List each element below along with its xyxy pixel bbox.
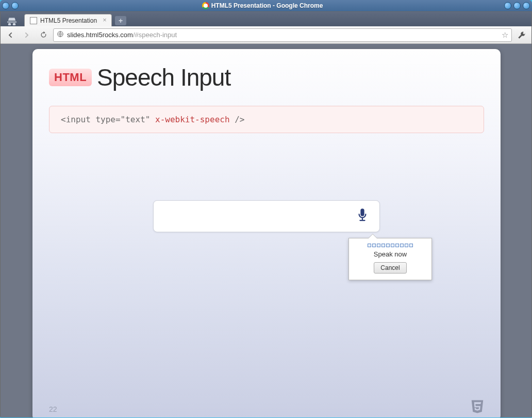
tab-label: HTML5 Presentation [40,17,97,24]
window-shade-icon[interactable] [11,2,19,9]
window-close-icon[interactable] [523,2,530,9]
speech-popup-message: Speak now [354,250,426,258]
settings-wrench-icon[interactable] [515,28,528,42]
browser-toolbar: slides.html5rocks.com/#speech-input ☆ [1,26,531,44]
window-controls-left [2,2,19,9]
url-domain: slides.html5rocks.com [67,31,133,39]
slide-page-number: 22 [49,405,57,413]
page-icon [30,17,37,24]
site-identity-icon[interactable] [57,30,64,39]
address-bar[interactable]: slides.html5rocks.com/#speech-input ☆ [53,28,512,42]
tab-strip: HTML5 Presentation × + [1,12,531,26]
speech-popup: Speak now Cancel [348,238,432,280]
back-button[interactable] [4,28,17,42]
browser-tab[interactable]: HTML5 Presentation × [24,14,112,26]
incognito-icon [5,15,19,26]
forward-button[interactable] [20,28,34,42]
window-title-wrap: HTML5 Presentation - Google Chrome [21,2,504,9]
code-text-tail: /> [230,115,245,124]
new-tab-button[interactable]: + [115,16,126,25]
window-controls-right [504,2,530,9]
bookmark-star-icon[interactable]: ☆ [502,30,508,40]
tab-close-icon[interactable]: × [101,17,108,24]
window-title: HTML5 Presentation - Google Chrome [211,2,323,9]
speech-input-area: Speak now Cancel [49,200,484,232]
code-block: <input type="text" x-webkit-speech /> [49,106,484,133]
microphone-icon[interactable] [357,207,368,225]
speech-input[interactable]: Speak now Cancel [153,200,380,232]
html5-logo-icon [470,399,485,416]
chrome-icon [202,2,209,9]
slide: HTML Speech Input <input type="text" x-w… [32,49,501,417]
url-path: /#speech-input [133,31,177,39]
slide-header: HTML Speech Input [49,63,484,91]
slide-title: Speech Input [97,63,230,91]
code-text-plain: <input type="text" [61,115,155,124]
chrome-frame: HTML5 Presentation × + slides.html5rocks… [0,11,532,417]
page-viewport: HTML Speech Input <input type="text" x-w… [1,44,531,417]
window-minimize-icon[interactable] [504,2,511,9]
html-badge: HTML [49,69,92,86]
cancel-button[interactable]: Cancel [374,262,406,274]
window-menu-icon[interactable] [2,2,9,9]
window-maximize-icon[interactable] [513,2,521,9]
audio-level-indicator [354,244,426,247]
code-text-attr: x-webkit-speech [155,115,230,124]
url-text: slides.html5rocks.com/#speech-input [67,31,498,39]
window-titlebar: HTML5 Presentation - Google Chrome [0,0,532,11]
reload-button[interactable] [37,28,50,42]
svg-rect-1 [360,208,364,216]
